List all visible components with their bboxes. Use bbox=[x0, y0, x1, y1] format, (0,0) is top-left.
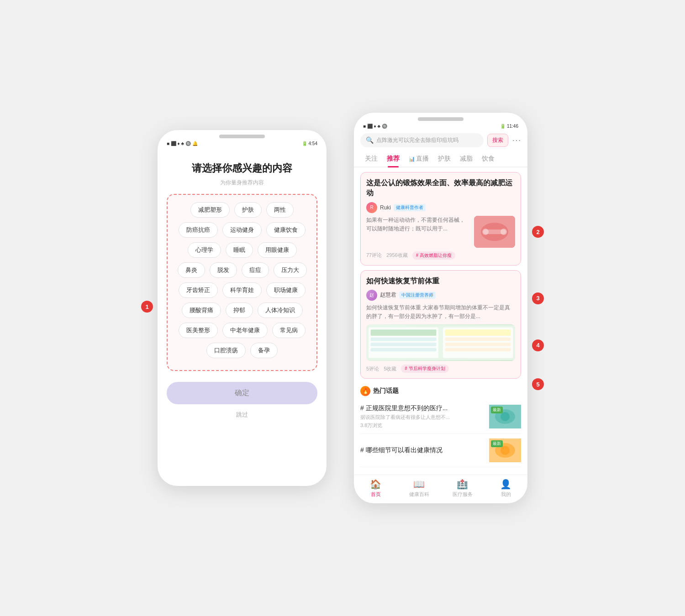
search-button[interactable]: 搜索 bbox=[487, 134, 508, 147]
svg-point-21 bbox=[501, 446, 510, 455]
phone2-content: 🔍 点阵激光可以完全去除痘印痘坑吗 搜索 ⋯ 关注 推荐 📊直播 护肤 减脂 饮… bbox=[354, 131, 527, 504]
phone1-subtitle: 为你量身推荐内容 bbox=[220, 179, 264, 187]
hot-topics-section: 🔥 热门话题 # 正规医院里意想不到的医疗... 据说医院除了看病还有很多让人意… bbox=[360, 383, 521, 470]
tag-职场健康[interactable]: 职场健康 bbox=[266, 282, 306, 298]
card1-author-name: Ruki bbox=[380, 204, 391, 211]
hospital-icon: 🏥 bbox=[457, 479, 468, 490]
feed-card-1[interactable]: 这是公认的锻炼效果全面、效率最高的减肥运动 R Ruki 健康科普作者 如果有一… bbox=[360, 172, 521, 266]
tag-鼻炎[interactable]: 鼻炎 bbox=[178, 262, 205, 278]
bottom-nav-profile-label: 我的 bbox=[501, 491, 511, 498]
hot-topics-label: 热门话题 bbox=[373, 387, 399, 395]
phone2-status-right: 🔋 11:46 bbox=[500, 124, 518, 129]
hot-item-2-image: 最新 bbox=[489, 439, 521, 462]
tag-运动健身[interactable]: 运动健身 bbox=[222, 222, 262, 238]
card2-author-tag: 中国注册营养师 bbox=[399, 292, 436, 299]
tag-牙齿矫正[interactable]: 牙齿矫正 bbox=[179, 282, 218, 298]
tag-痘痘[interactable]: 痘痘 bbox=[242, 262, 269, 278]
more-button[interactable]: ⋯ bbox=[512, 135, 521, 146]
profile-icon: 👤 bbox=[500, 479, 511, 490]
tag-压力大[interactable]: 压力大 bbox=[274, 262, 307, 278]
card1-author-avatar: R bbox=[366, 202, 377, 213]
phone1: ■ ⬛ ♦ ♣ 🔘 🔔 🔋 4:54 请选择你感兴趣的内容 为你量身推荐内容 减… bbox=[158, 130, 327, 486]
bottom-nav-medical[interactable]: 🏥 医疗服务 bbox=[441, 479, 484, 498]
svg-point-4 bbox=[501, 229, 507, 235]
skip-link[interactable]: 跳过 bbox=[236, 411, 248, 419]
tag-备孕[interactable]: 备孕 bbox=[250, 343, 278, 358]
live-chart-icon: 📊 bbox=[409, 156, 415, 162]
tags-row-5: 牙齿矫正 科学育娃 职场健康 bbox=[173, 282, 311, 298]
tab-fat-loss[interactable]: 减脂 bbox=[455, 151, 477, 167]
search-bar[interactable]: 🔍 点阵激光可以完全去除痘印痘坑吗 bbox=[360, 133, 484, 147]
hot-item-1-info: # 正规医院里意想不到的医疗... 据说医院除了看病还有很多让人意想不... 3… bbox=[360, 404, 485, 429]
tab-skincare[interactable]: 护肤 bbox=[433, 151, 455, 167]
card1-comments: 77评论 bbox=[366, 252, 382, 259]
hot-icon: 🔥 bbox=[360, 386, 370, 396]
tag-两性[interactable]: 两性 bbox=[266, 202, 294, 218]
confirm-button[interactable]: 确定 bbox=[167, 382, 317, 404]
card1-body: 如果有一种运动动作，不需要任何器械，可以随时随地进行；既可以用于... bbox=[366, 216, 515, 248]
hot-item-1-views: 3.8万浏览 bbox=[360, 422, 485, 429]
card1-text: 如果有一种运动动作，不需要任何器械，可以随时随地进行；既可以用于... bbox=[366, 216, 469, 248]
tag-抑郁[interactable]: 抑郁 bbox=[226, 303, 253, 318]
card2-image-bg bbox=[366, 324, 515, 361]
annotation-4: 4 bbox=[532, 339, 544, 351]
tag-健康饮食[interactable]: 健康饮食 bbox=[266, 222, 306, 238]
svg-rect-15 bbox=[445, 348, 511, 352]
card2-title: 如何快速恢复节前体重 bbox=[366, 276, 515, 286]
phone1-status-right: 🔋 4:54 bbox=[302, 141, 317, 146]
hot-item-2[interactable]: # 哪些细节可以看出健康情况 最新 bbox=[360, 434, 521, 467]
phones-wrapper: 1 ■ ⬛ ♦ ♣ 🔘 🔔 🔋 4:54 请选择你感兴趣的内容 为你量身推荐内容… bbox=[158, 113, 527, 504]
tag-医美整形[interactable]: 医美整形 bbox=[179, 323, 218, 338]
phone1-container: 1 ■ ⬛ ♦ ♣ 🔘 🔔 🔋 4:54 请选择你感兴趣的内容 为你量身推荐内容… bbox=[158, 130, 327, 486]
tab-live[interactable]: 📊直播 bbox=[404, 151, 433, 167]
tab-recommend[interactable]: 推荐 bbox=[382, 151, 404, 167]
tag-护肤[interactable]: 护肤 bbox=[234, 202, 262, 218]
search-bar-section: 🔍 点阵激光可以完全去除痘印痘坑吗 搜索 ⋯ bbox=[354, 131, 527, 151]
tag-防癌抗癌[interactable]: 防癌抗癌 bbox=[179, 222, 218, 238]
tag-心理学[interactable]: 心理学 bbox=[188, 242, 221, 258]
svg-rect-14 bbox=[445, 343, 511, 346]
phone2-status-bar: ■ ⬛ ♦ ♣ 🔘 🔋 11:46 bbox=[354, 121, 527, 131]
tags-row-1: 减肥塑形 护肤 两性 bbox=[173, 202, 311, 218]
tag-用眼健康[interactable]: 用眼健康 bbox=[258, 242, 297, 258]
phone2: ■ ⬛ ♦ ♣ 🔘 🔋 11:46 🔍 点阵激光可以完全去除痘印痘坑吗 搜索 ⋯ bbox=[354, 113, 527, 504]
svg-rect-10 bbox=[371, 343, 437, 346]
tag-中老年健康[interactable]: 中老年健康 bbox=[222, 323, 268, 338]
annotation-1: 1 bbox=[141, 301, 153, 313]
card1-title: 这是公认的锻炼效果全面、效率最高的减肥运动 bbox=[366, 178, 515, 198]
card2-author-name: 赵慧君 bbox=[380, 291, 396, 299]
tag-减肥塑形[interactable]: 减肥塑形 bbox=[190, 202, 230, 218]
tags-row-7: 医美整形 中老年健康 常见病 bbox=[173, 323, 311, 338]
annotation-3: 3 bbox=[532, 292, 544, 304]
interest-tags-container: 减肥塑形 护肤 两性 防癌抗癌 运动健身 健康饮食 心理学 睡眠 用眼健康 bbox=[167, 194, 317, 371]
bottom-nav-encyclopedia-label: 健康百科 bbox=[409, 491, 429, 498]
card1-hashtag[interactable]: # 高效燃脂让你瘦 bbox=[412, 251, 455, 260]
bottom-nav-encyclopedia[interactable]: 📖 健康百科 bbox=[397, 479, 441, 498]
tag-口腔溃疡[interactable]: 口腔溃疡 bbox=[206, 343, 246, 358]
bottom-nav-home[interactable]: 🏠 首页 bbox=[354, 479, 397, 498]
phone1-status-left: ■ ⬛ ♦ ♣ 🔘 🔔 bbox=[167, 141, 198, 146]
hot-item-1[interactable]: # 正规医院里意想不到的医疗... 据说医院除了看病还有很多让人意想不... 3… bbox=[360, 400, 521, 434]
phone1-notch bbox=[219, 135, 265, 138]
tags-row-8: 口腔溃疡 备孕 bbox=[173, 343, 311, 358]
card2-author: 赵 赵慧君 中国注册营养师 bbox=[366, 290, 515, 301]
svg-rect-11 bbox=[371, 348, 437, 352]
bottom-nav: 🏠 首页 📖 健康百科 🏥 医疗服务 👤 我的 bbox=[354, 475, 527, 503]
card2-hashtag[interactable]: # 节后科学瘦身计划 bbox=[401, 365, 448, 373]
tags-row-2: 防癌抗癌 运动健身 健康饮食 bbox=[173, 222, 311, 238]
book-icon: 📖 bbox=[413, 479, 425, 490]
feed-card-2[interactable]: 如何快速恢复节前体重 赵 赵慧君 中国注册营养师 如何快速恢复节前体重 大家春节… bbox=[360, 270, 521, 379]
hot-item-2-title: # 哪些细节可以看出健康情况 bbox=[360, 446, 485, 454]
tag-人体冷知识[interactable]: 人体冷知识 bbox=[258, 303, 303, 318]
tab-diet[interactable]: 饮食 bbox=[477, 151, 499, 167]
tag-常见病[interactable]: 常见病 bbox=[272, 323, 306, 338]
tab-follow[interactable]: 关注 bbox=[360, 151, 382, 167]
tag-睡眠[interactable]: 睡眠 bbox=[226, 242, 253, 258]
bottom-nav-profile[interactable]: 👤 我的 bbox=[484, 479, 527, 498]
card1-author: R Ruki 健康科普作者 bbox=[366, 202, 515, 213]
tag-科学育娃[interactable]: 科学育娃 bbox=[222, 282, 262, 298]
tag-腰酸背痛[interactable]: 腰酸背痛 bbox=[182, 303, 221, 318]
svg-point-3 bbox=[482, 229, 489, 235]
search-icon: 🔍 bbox=[366, 136, 374, 144]
tag-脱发[interactable]: 脱发 bbox=[210, 262, 237, 278]
